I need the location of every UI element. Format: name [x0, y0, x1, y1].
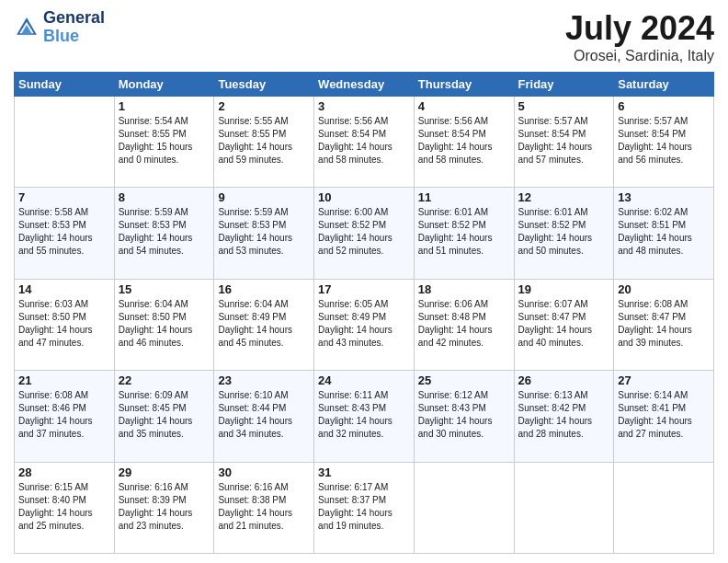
day-number: 1	[119, 99, 210, 113]
table-row: 12Sunrise: 6:01 AMSunset: 8:52 PMDayligh…	[514, 188, 614, 279]
table-row: 6Sunrise: 5:57 AMSunset: 8:54 PMDaylight…	[614, 97, 714, 188]
table-row: 19Sunrise: 6:07 AMSunset: 8:47 PMDayligh…	[514, 279, 614, 370]
col-sunday: Sunday	[15, 73, 115, 97]
day-info: Sunrise: 6:03 AMSunset: 8:50 PMDaylight:…	[18, 298, 110, 350]
day-info: Sunrise: 6:09 AMSunset: 8:45 PMDaylight:…	[119, 389, 210, 441]
day-info: Sunrise: 6:04 AMSunset: 8:49 PMDaylight:…	[218, 298, 310, 350]
day-info: Sunrise: 6:06 AMSunset: 8:48 PMDaylight:…	[418, 298, 510, 350]
day-info: Sunrise: 6:08 AMSunset: 8:46 PMDaylight:…	[18, 389, 110, 441]
table-row: 9Sunrise: 5:59 AMSunset: 8:53 PMDaylight…	[214, 188, 314, 279]
day-number: 25	[418, 373, 510, 387]
day-number: 8	[119, 190, 210, 204]
day-number: 14	[18, 282, 110, 296]
day-info: Sunrise: 6:08 AMSunset: 8:47 PMDaylight:…	[618, 298, 710, 350]
day-number: 18	[418, 282, 510, 296]
day-info: Sunrise: 6:11 AMSunset: 8:43 PMDaylight:…	[318, 389, 410, 441]
day-number: 15	[119, 282, 210, 296]
day-info: Sunrise: 5:58 AMSunset: 8:53 PMDaylight:…	[18, 206, 110, 258]
table-row	[614, 462, 714, 553]
page: General Blue July 2024 Orosei, Sardinia,…	[0, 0, 728, 563]
table-row	[514, 462, 614, 553]
title-block: July 2024 Orosei, Sardinia, Italy	[565, 9, 714, 64]
table-row	[414, 462, 514, 553]
table-row: 17Sunrise: 6:05 AMSunset: 8:49 PMDayligh…	[314, 279, 415, 370]
col-saturday: Saturday	[614, 73, 714, 97]
day-number: 7	[18, 190, 110, 204]
day-number: 27	[618, 373, 710, 387]
table-row: 29Sunrise: 6:16 AMSunset: 8:39 PMDayligh…	[114, 462, 214, 553]
calendar-table: Sunday Monday Tuesday Wednesday Thursday…	[14, 72, 714, 554]
day-number: 4	[418, 99, 510, 113]
day-info: Sunrise: 5:59 AMSunset: 8:53 PMDaylight:…	[119, 206, 210, 258]
day-number: 21	[18, 373, 110, 387]
day-info: Sunrise: 6:01 AMSunset: 8:52 PMDaylight:…	[518, 206, 610, 258]
day-number: 19	[518, 282, 610, 296]
day-info: Sunrise: 6:12 AMSunset: 8:43 PMDaylight:…	[418, 389, 510, 441]
table-row: 15Sunrise: 6:04 AMSunset: 8:50 PMDayligh…	[114, 279, 214, 370]
table-row: 16Sunrise: 6:04 AMSunset: 8:49 PMDayligh…	[214, 279, 314, 370]
day-number: 29	[119, 465, 210, 479]
table-row: 22Sunrise: 6:09 AMSunset: 8:45 PMDayligh…	[114, 371, 214, 462]
day-info: Sunrise: 6:13 AMSunset: 8:42 PMDaylight:…	[518, 389, 610, 441]
table-row: 25Sunrise: 6:12 AMSunset: 8:43 PMDayligh…	[414, 371, 514, 462]
day-number: 28	[18, 465, 110, 479]
table-row: 5Sunrise: 5:57 AMSunset: 8:54 PMDaylight…	[514, 97, 614, 188]
day-info: Sunrise: 6:10 AMSunset: 8:44 PMDaylight:…	[218, 389, 310, 441]
day-number: 9	[218, 190, 310, 204]
logo-text: General Blue	[43, 9, 105, 46]
header: General Blue July 2024 Orosei, Sardinia,…	[14, 9, 714, 64]
table-row: 11Sunrise: 6:01 AMSunset: 8:52 PMDayligh…	[414, 188, 514, 279]
col-friday: Friday	[514, 73, 614, 97]
day-number: 24	[318, 373, 410, 387]
table-row: 7Sunrise: 5:58 AMSunset: 8:53 PMDaylight…	[15, 188, 115, 279]
table-row: 14Sunrise: 6:03 AMSunset: 8:50 PMDayligh…	[15, 279, 115, 370]
table-row: 20Sunrise: 6:08 AMSunset: 8:47 PMDayligh…	[614, 279, 714, 370]
day-number: 5	[518, 99, 610, 113]
day-number: 12	[518, 190, 610, 204]
calendar-week-row: 7Sunrise: 5:58 AMSunset: 8:53 PMDaylight…	[15, 188, 714, 279]
day-number: 16	[218, 282, 310, 296]
day-number: 2	[218, 99, 310, 113]
col-thursday: Thursday	[414, 73, 514, 97]
day-number: 13	[618, 190, 710, 204]
table-row: 23Sunrise: 6:10 AMSunset: 8:44 PMDayligh…	[214, 371, 314, 462]
day-info: Sunrise: 6:02 AMSunset: 8:51 PMDaylight:…	[618, 206, 710, 258]
logo: General Blue	[14, 9, 105, 46]
calendar-week-row: 14Sunrise: 6:03 AMSunset: 8:50 PMDayligh…	[15, 279, 714, 370]
day-number: 20	[618, 282, 710, 296]
day-info: Sunrise: 6:04 AMSunset: 8:50 PMDaylight:…	[119, 298, 210, 350]
calendar-week-row: 1Sunrise: 5:54 AMSunset: 8:55 PMDaylight…	[15, 97, 714, 188]
table-row: 10Sunrise: 6:00 AMSunset: 8:52 PMDayligh…	[314, 188, 415, 279]
day-number: 30	[218, 465, 310, 479]
day-info: Sunrise: 5:59 AMSunset: 8:53 PMDaylight:…	[218, 206, 310, 258]
table-row: 4Sunrise: 5:56 AMSunset: 8:54 PMDaylight…	[414, 97, 514, 188]
day-number: 11	[418, 190, 510, 204]
col-monday: Monday	[114, 73, 214, 97]
day-info: Sunrise: 6:14 AMSunset: 8:41 PMDaylight:…	[618, 389, 710, 441]
calendar-week-row: 28Sunrise: 6:15 AMSunset: 8:40 PMDayligh…	[15, 462, 714, 553]
day-info: Sunrise: 6:15 AMSunset: 8:40 PMDaylight:…	[18, 481, 110, 533]
day-number: 23	[218, 373, 310, 387]
table-row: 2Sunrise: 5:55 AMSunset: 8:55 PMDaylight…	[214, 97, 314, 188]
col-wednesday: Wednesday	[314, 73, 415, 97]
logo-icon	[14, 15, 40, 40]
calendar-week-row: 21Sunrise: 6:08 AMSunset: 8:46 PMDayligh…	[15, 371, 714, 462]
day-info: Sunrise: 5:55 AMSunset: 8:55 PMDaylight:…	[218, 115, 310, 167]
day-info: Sunrise: 6:16 AMSunset: 8:39 PMDaylight:…	[119, 481, 210, 533]
day-info: Sunrise: 5:57 AMSunset: 8:54 PMDaylight:…	[518, 115, 610, 167]
day-number: 3	[318, 99, 410, 113]
day-number: 22	[119, 373, 210, 387]
table-row: 31Sunrise: 6:17 AMSunset: 8:37 PMDayligh…	[314, 462, 415, 553]
table-row: 26Sunrise: 6:13 AMSunset: 8:42 PMDayligh…	[514, 371, 614, 462]
table-row: 3Sunrise: 5:56 AMSunset: 8:54 PMDaylight…	[314, 97, 415, 188]
day-info: Sunrise: 6:16 AMSunset: 8:38 PMDaylight:…	[218, 481, 310, 533]
day-info: Sunrise: 6:05 AMSunset: 8:49 PMDaylight:…	[318, 298, 410, 350]
day-number: 31	[318, 465, 410, 479]
subtitle: Orosei, Sardinia, Italy	[565, 48, 714, 64]
table-row: 8Sunrise: 5:59 AMSunset: 8:53 PMDaylight…	[114, 188, 214, 279]
table-row: 28Sunrise: 6:15 AMSunset: 8:40 PMDayligh…	[15, 462, 115, 553]
day-info: Sunrise: 6:01 AMSunset: 8:52 PMDaylight:…	[418, 206, 510, 258]
day-number: 6	[618, 99, 710, 113]
main-title: July 2024	[565, 9, 714, 48]
day-info: Sunrise: 5:54 AMSunset: 8:55 PMDaylight:…	[119, 115, 210, 167]
